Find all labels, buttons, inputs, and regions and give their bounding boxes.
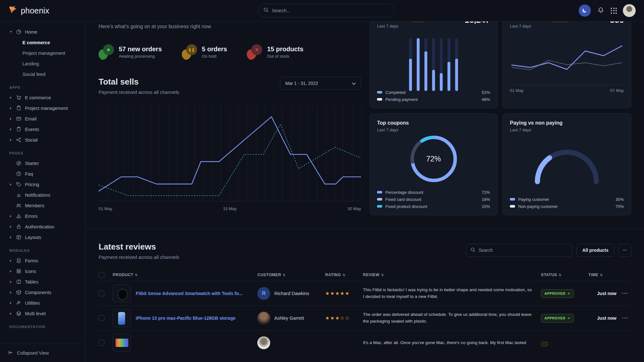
stat-texts: 5 ordersOn hold	[202, 45, 227, 59]
legend-item: Fixed card discount18%	[377, 196, 490, 203]
new-customers-card: New customers +26.5% Last 7 days 356 01 …	[503, 8, 631, 108]
sidebar-item-errors[interactable]: Errors	[0, 211, 85, 221]
legend-label: Pending payment	[385, 97, 418, 102]
brand-name: phoenix	[21, 6, 49, 15]
layers-icon	[16, 311, 21, 317]
paying-legend: Paying customer30%Non-paying customer70%	[510, 196, 624, 210]
sidebar-item-events[interactable]: Events	[0, 124, 85, 135]
sidebar-subitem-label: Social feed	[22, 72, 45, 77]
rating-stars: ★★★☆☆	[325, 315, 363, 321]
sidebar-subitem-label: Project management	[22, 51, 65, 56]
sidebar-item-forms[interactable]: Forms	[0, 255, 85, 266]
sidebar-item-tables[interactable]: Tables	[0, 276, 85, 287]
sidebar-item-starter[interactable]: Starter	[0, 158, 85, 169]
stat-value: 5 orders	[202, 45, 227, 53]
sidebar-item-icons[interactable]: Icons	[0, 266, 85, 276]
search-icon	[263, 7, 269, 14]
customer-name: Ashley Garrett	[274, 316, 304, 321]
sidebar-item-pricing[interactable]: Pricing	[0, 179, 85, 190]
yellow-blob-icon: ❚❚	[182, 44, 197, 60]
legend-item: Completed52%	[377, 89, 490, 96]
sidebar-item-social[interactable]: Social	[0, 135, 85, 145]
legend-swatch	[377, 191, 382, 193]
review-text: This Fitbit is fantastic! I was trying t…	[363, 287, 541, 300]
sidebar-subitem-e-commerce[interactable]: E commerce	[0, 37, 85, 48]
notifications-button[interactable]	[597, 6, 605, 15]
layout-icon	[16, 234, 21, 240]
sidebar-item-label: Notifications	[25, 193, 50, 198]
legend-label: Completed	[385, 90, 406, 95]
chevron-down-icon	[352, 81, 356, 86]
sidebar-subitem-landing[interactable]: Landing	[0, 58, 85, 69]
row-checkbox[interactable]	[99, 291, 104, 296]
sidebar-item-faq[interactable]: Faq	[0, 169, 85, 179]
sidebar-item-label: Pricing	[25, 182, 39, 187]
row-checkbox[interactable]	[99, 315, 104, 321]
sidebar-item-members[interactable]: Members	[0, 200, 85, 211]
sidebar-item-authentication[interactable]: Authentication	[0, 221, 85, 232]
sidebar-item-notifications[interactable]: Notifications	[0, 190, 85, 200]
sidebar-item-layouts[interactable]: Layouts	[0, 232, 85, 243]
time-cell: Just now	[588, 316, 619, 321]
legend-label: Percentage discount	[385, 190, 423, 195]
sidebar-item-multi-level[interactable]: Multi level	[0, 308, 85, 319]
bar-fill	[440, 73, 443, 91]
user-avatar[interactable]	[623, 4, 636, 17]
legend-label: Paying customer	[518, 197, 549, 202]
brand-link[interactable]: phoenix	[8, 5, 49, 16]
row-select-cell	[99, 340, 113, 346]
all-products-button[interactable]: All products	[576, 244, 614, 257]
sidebar-item-e-commerce[interactable]: E commerce	[0, 92, 85, 103]
nine-dots-icon	[611, 8, 617, 14]
product-cell	[113, 334, 257, 352]
row-more-button[interactable]: ···	[619, 315, 631, 321]
phoenix-logo-icon	[8, 5, 18, 16]
status-cell	[541, 340, 588, 346]
sidebar-subitem-project-management[interactable]: Project management	[0, 48, 85, 58]
sidebar-item-components[interactable]: Components	[0, 287, 85, 298]
reviews-search-input[interactable]	[479, 248, 568, 253]
column-header-review[interactable]: REVIEW⇅	[363, 273, 541, 277]
stat-value: 57 new orders	[119, 45, 162, 53]
apps-menu-button[interactable]	[611, 8, 617, 14]
select-all-checkbox[interactable]	[99, 272, 104, 278]
column-header-time[interactable]: TIME⇅	[588, 273, 619, 277]
bar-track	[447, 38, 450, 91]
column-header-product[interactable]: PRODUCT⇅	[113, 273, 257, 277]
bar-track	[424, 38, 427, 91]
product-link[interactable]: Fitbit Sense Advanced Smartwatch with To…	[136, 291, 243, 296]
sidebar-item-project-management[interactable]: Project management	[0, 103, 85, 113]
check-icon: ✓	[568, 292, 571, 296]
paying-title: Paying vs non paying	[510, 120, 562, 126]
caret-right-icon	[9, 291, 12, 294]
column-header-rating[interactable]: RATING⇅	[325, 273, 363, 277]
top-coupons-card: Top coupons Last 7 days 72% Percentage d…	[370, 113, 497, 215]
row-checkbox[interactable]	[99, 340, 104, 346]
sidebar-item-label: Faq	[25, 171, 33, 177]
date-range-select[interactable]: Mar 1 - 31, 2022	[280, 77, 361, 90]
top-coupons-period: Last 7 days	[377, 128, 490, 132]
customer-avatar	[257, 336, 270, 349]
product-thumbnail	[113, 334, 131, 352]
sidebar-section-label: APPS	[9, 86, 85, 89]
reviews-more-button[interactable]: ···	[618, 244, 631, 257]
sidebar-item-label: Icons	[25, 269, 36, 274]
bar-fill	[409, 59, 412, 91]
sidebar-item-home[interactable]: Home	[0, 27, 85, 37]
sidebar-item-label: Authentication	[25, 224, 54, 229]
sidebar-subitem-social-feed[interactable]: Social feed	[0, 69, 85, 79]
row-select-cell	[99, 291, 113, 296]
global-search-input[interactable]	[272, 8, 389, 13]
collapsed-view-toggle[interactable]: Collapsed View	[0, 344, 85, 362]
row-more-button[interactable]: ···	[619, 291, 631, 296]
bar-track	[432, 38, 435, 91]
theme-toggle-button[interactable]	[579, 4, 591, 17]
sort-icon: ⇅	[600, 273, 603, 277]
stat-texts: 57 new ordersAwating processing	[119, 45, 162, 59]
axis-start-label: 01 May	[510, 88, 524, 93]
column-header-status[interactable]: STATUS⇅	[541, 273, 588, 277]
product-link[interactable]: iPhone 13 pro max-Pacific Blue-128GB sto…	[136, 316, 236, 321]
sidebar-item-utilities[interactable]: Utilities	[0, 298, 85, 308]
sidebar-item-email[interactable]: Email	[0, 113, 85, 124]
column-header-customer[interactable]: CUSTOMER⇅	[257, 273, 325, 277]
